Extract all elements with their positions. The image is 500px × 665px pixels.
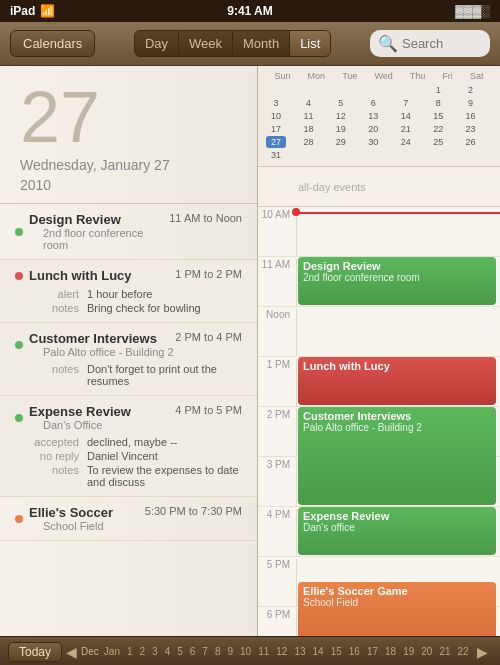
cal-cell[interactable]: 18 — [298, 123, 318, 135]
list-item[interactable]: Ellie's Soccer School Field 5:30 PM to 7… — [0, 497, 257, 541]
strip-day[interactable]: 11 — [256, 646, 271, 657]
carrier-label: iPad — [10, 4, 35, 18]
cal-cell[interactable]: 22 — [428, 123, 448, 135]
cal-cell[interactable]: 21 — [396, 123, 416, 135]
time-slot[interactable] — [296, 309, 500, 356]
list-item[interactable]: Customer Interviews Palo Alto office - B… — [0, 323, 257, 396]
list-item[interactable]: Expense Review Dan's Office 4 PM to 5 PM… — [0, 396, 257, 497]
cal-cell[interactable]: 16 — [461, 110, 481, 122]
cal-cell[interactable] — [428, 149, 448, 161]
cal-cell[interactable]: 12 — [331, 110, 351, 122]
view-switcher: Day Week Month List — [134, 30, 332, 57]
cal-cell[interactable] — [331, 84, 351, 96]
event-time: 4 PM to 5 PM — [175, 404, 242, 416]
cal-cell[interactable]: 23 — [461, 123, 481, 135]
detail-label: notes — [29, 363, 79, 387]
mini-cal-grid: 1 2 3 4 5 6 7 8 9 10 11 12 13 14 15 16 1… — [266, 84, 492, 161]
cal-cell[interactable] — [396, 84, 416, 96]
strip-day[interactable]: 7 — [200, 646, 210, 657]
cal-cell[interactable]: 14 — [396, 110, 416, 122]
cal-cell[interactable]: 10 — [266, 110, 286, 122]
nav-prev-arrow[interactable]: ◀ — [62, 644, 81, 660]
cal-cell[interactable] — [363, 149, 383, 161]
calendar-event-design-review[interactable]: Design Review 2nd floor conference room — [298, 257, 496, 305]
list-item[interactable]: Design Review 2nd floor conference room … — [0, 204, 257, 260]
strip-day[interactable]: 19 — [401, 646, 416, 657]
tab-week[interactable]: Week — [179, 31, 233, 56]
time-slot[interactable] — [296, 209, 500, 256]
strip-day[interactable]: 8 — [213, 646, 223, 657]
calendar-event-lunch[interactable]: Lunch with Lucy — [298, 357, 496, 405]
strip-day[interactable]: 1 — [125, 646, 135, 657]
strip-day[interactable]: 4 — [163, 646, 173, 657]
strip-day[interactable]: 21 — [437, 646, 452, 657]
cal-cell[interactable]: 7 — [396, 97, 416, 109]
cal-cell[interactable] — [266, 84, 286, 96]
strip-day[interactable]: 15 — [329, 646, 344, 657]
cal-cell[interactable] — [298, 149, 318, 161]
cal-cell[interactable] — [331, 149, 351, 161]
bottom-bar: Today ◀ Dec Jan 1 2 3 4 5 6 7 8 9 10 11 … — [0, 636, 500, 665]
strip-day[interactable]: 13 — [292, 646, 307, 657]
strip-day[interactable]: 12 — [274, 646, 289, 657]
cal-day-fri: Fri — [442, 71, 453, 81]
strip-day[interactable]: 10 — [238, 646, 253, 657]
cal-cell[interactable]: 3 — [266, 97, 286, 109]
cal-cell[interactable]: 1 — [428, 84, 448, 96]
cal-cell[interactable]: 30 — [363, 136, 383, 148]
strip-day[interactable]: 17 — [365, 646, 380, 657]
cal-cell[interactable]: 4 — [298, 97, 318, 109]
cal-day-sat: Sat — [470, 71, 484, 81]
calendar-event-customer[interactable]: Customer Interviews Palo Alto office - B… — [298, 407, 496, 505]
detail-label: alert — [29, 288, 79, 300]
cal-cell[interactable]: 5 — [331, 97, 351, 109]
strip-day[interactable]: 5 — [175, 646, 185, 657]
search-box[interactable]: 🔍 — [370, 30, 490, 57]
cal-cell[interactable] — [396, 149, 416, 161]
strip-day[interactable]: 6 — [188, 646, 198, 657]
cal-cell[interactable]: 25 — [428, 136, 448, 148]
search-input[interactable] — [402, 36, 482, 51]
cal-cell[interactable] — [298, 84, 318, 96]
strip-day[interactable]: 20 — [419, 646, 434, 657]
cal-cell[interactable]: 6 — [363, 97, 383, 109]
cal-cell[interactable]: 13 — [363, 110, 383, 122]
list-item[interactable]: Lunch with Lucy 1 PM to 2 PM alert 1 hou… — [0, 260, 257, 323]
cal-cell[interactable]: 8 — [428, 97, 448, 109]
cal-cell[interactable]: 9 — [461, 97, 481, 109]
calendar-event-soccer[interactable]: Ellie's Soccer Game School Field — [298, 582, 496, 636]
timeline-area: 10 AM 11 AM Noon 1 PM 2 PM — [258, 207, 500, 636]
strip-day[interactable]: 16 — [347, 646, 362, 657]
cal-cell[interactable]: 24 — [396, 136, 416, 148]
calendar-event-expense[interactable]: Expense Review Dan's office — [298, 507, 496, 555]
tab-list[interactable]: List — [290, 31, 330, 56]
cal-cell-today[interactable]: 27 — [266, 136, 286, 148]
nav-next-arrow[interactable]: ▶ — [473, 644, 492, 660]
cal-cell[interactable]: 20 — [363, 123, 383, 135]
cal-cell[interactable] — [461, 149, 481, 161]
strip-day[interactable]: 2 — [138, 646, 148, 657]
cal-cell[interactable]: 29 — [331, 136, 351, 148]
strip-day[interactable]: 3 — [150, 646, 160, 657]
cal-cell[interactable]: 15 — [428, 110, 448, 122]
cal-cell[interactable]: 28 — [298, 136, 318, 148]
strip-day[interactable]: 9 — [225, 646, 235, 657]
cal-cell[interactable] — [363, 84, 383, 96]
cal-cell[interactable]: 31 — [266, 149, 286, 161]
event-dot-red — [15, 272, 23, 280]
cal-cell[interactable]: 2 — [461, 84, 481, 96]
strip-day[interactable]: 18 — [383, 646, 398, 657]
cal-cell[interactable]: 11 — [298, 110, 318, 122]
strip-day[interactable]: Jan — [102, 646, 122, 657]
day-timeline[interactable]: all-day events 10 AM 11 AM Noon 1 PM — [258, 167, 500, 636]
tab-month[interactable]: Month — [233, 31, 290, 56]
tab-day[interactable]: Day — [135, 31, 179, 56]
calendars-button[interactable]: Calendars — [10, 30, 95, 57]
cal-cell[interactable]: 17 — [266, 123, 286, 135]
today-button[interactable]: Today — [8, 642, 62, 662]
cal-cell[interactable]: 19 — [331, 123, 351, 135]
strip-day[interactable]: 22 — [456, 646, 471, 657]
cal-cell[interactable]: 26 — [461, 136, 481, 148]
status-right: ▓▓▓░ — [455, 4, 490, 18]
strip-day[interactable]: 14 — [311, 646, 326, 657]
